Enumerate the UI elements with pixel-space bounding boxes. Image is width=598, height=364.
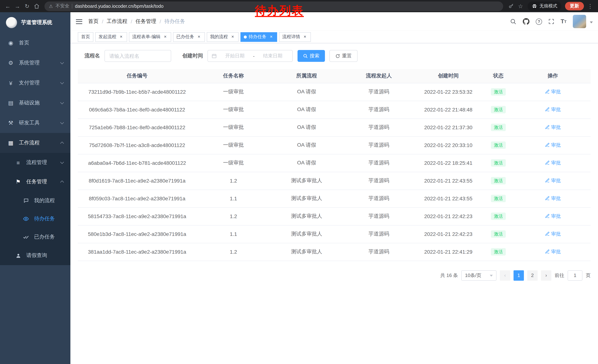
approve-button[interactable]: 审批: [545, 89, 561, 95]
cell-created-time: 2022-01-21 22:42:23: [415, 207, 482, 225]
date-range-picker[interactable]: 开始日期 - 结束日期: [208, 50, 293, 62]
reload-icon[interactable]: ↻: [22, 1, 32, 11]
page-button-1[interactable]: 1: [514, 270, 524, 281]
menu-dots-icon[interactable]: ⋮: [585, 1, 595, 11]
tab-已办任务[interactable]: 已办任务×: [173, 32, 205, 42]
sidebar-item-done-task[interactable]: 已办任务: [0, 228, 70, 246]
eye-icon: [23, 216, 29, 222]
caret-down-icon[interactable]: [590, 21, 593, 25]
search-icon[interactable]: [510, 18, 516, 25]
tab-发起流程[interactable]: 发起流程×: [95, 32, 127, 42]
sidebar-item-home[interactable]: ◉ 首页: [0, 33, 70, 53]
avatar[interactable]: [573, 15, 586, 28]
sidebar-item-infrastructure[interactable]: ▤ 基础设施: [0, 93, 70, 113]
tab-close-icon[interactable]: ×: [196, 34, 201, 40]
breadcrumb-task-mgmt[interactable]: 任务管理: [136, 18, 156, 25]
process-name-input[interactable]: [105, 50, 171, 62]
cell-created-time: 2022-01-22 23:53:32: [415, 83, 482, 101]
goto-page-input[interactable]: [568, 270, 582, 281]
fullscreen-icon[interactable]: [548, 18, 554, 24]
page-size-select[interactable]: 10条/页: [461, 270, 497, 281]
table-row: 73211d9d-7b9b-11ec-b5b7-acde48001122一级审批…: [78, 83, 590, 101]
app-logo[interactable]: 芋道管理系统: [0, 12, 70, 33]
sidebar-item-workflow[interactable]: ▦ 工作流程: [0, 133, 70, 153]
sidebar-item-payment[interactable]: ¥ 支付管理: [0, 73, 70, 93]
tab-close-icon[interactable]: ×: [302, 34, 307, 40]
approve-button[interactable]: 审批: [545, 160, 561, 166]
approve-button[interactable]: 审批: [545, 195, 561, 202]
sidebar-item-task-mgmt[interactable]: ⚑ 任务管理: [0, 172, 70, 191]
back-icon[interactable]: ←: [3, 1, 13, 11]
github-icon[interactable]: [523, 18, 530, 25]
forward-icon[interactable]: →: [13, 1, 22, 11]
sidebar-toggle-button[interactable]: [70, 18, 88, 25]
cell-status: 激活: [482, 119, 515, 136]
font-size-icon[interactable]: TT: [561, 18, 566, 25]
tab-我的流程[interactable]: 我的流程×: [207, 32, 239, 42]
page-size-value: 10条/页: [465, 272, 481, 279]
tab-close-icon[interactable]: ×: [230, 34, 235, 40]
sidebar-item-devtools[interactable]: ⚒ 研发工具: [0, 113, 70, 133]
cell-action: 审批: [515, 243, 590, 261]
sidebar-item-my-process[interactable]: 我的流程: [0, 191, 70, 210]
approve-button[interactable]: 审批: [545, 124, 561, 131]
approve-label: 审批: [551, 195, 561, 202]
breadcrumb-home[interactable]: 首页: [88, 18, 99, 25]
col-created-time: 创建时间: [415, 69, 482, 83]
breadcrumb-separator: /: [102, 18, 103, 24]
sidebar-item-system[interactable]: ⚙ 系统管理: [0, 53, 70, 73]
tab-流程表单-编辑[interactable]: 流程表单-编辑×: [129, 32, 171, 42]
next-page-button[interactable]: ›: [541, 270, 551, 281]
sidebar-item-leave-query[interactable]: 请假查询: [0, 246, 70, 265]
home-icon[interactable]: [32, 1, 42, 11]
tab-待办任务[interactable]: 待办任务×: [241, 32, 277, 42]
approve-button[interactable]: 审批: [545, 213, 561, 219]
status-badge: 激活: [491, 124, 506, 131]
navbar: 首页 / 工作流程 / 任务管理 / 待办任务 ?: [70, 12, 598, 31]
edit-icon: [545, 89, 550, 94]
sidebar-item-process-mgmt[interactable]: ≡ 流程管理: [0, 153, 70, 172]
search-button-label: 搜索: [310, 53, 319, 59]
prev-page-button[interactable]: ‹: [500, 270, 510, 281]
approve-label: 审批: [551, 142, 561, 148]
sidebar-item-todo-task[interactable]: 待办任务: [0, 210, 70, 228]
sidebar: 芋道管理系统 ◉ 首页 ⚙ 系统管理 ¥ 支付管理 ▤: [0, 12, 70, 364]
status-badge: 激活: [491, 106, 506, 113]
approve-label: 审批: [551, 160, 561, 166]
reset-button-label: 重置: [342, 53, 352, 59]
cell-task-name: 1.2: [196, 172, 270, 190]
tab-close-icon[interactable]: ×: [119, 34, 124, 40]
cell-status: 激活: [482, 225, 515, 243]
approve-button[interactable]: 审批: [545, 177, 561, 184]
edit-icon: [545, 143, 550, 147]
help-icon[interactable]: ?: [536, 18, 542, 25]
cell-action: 审批: [515, 225, 590, 243]
cell-process: OA 请假: [270, 119, 343, 136]
cell-process: 测试多审批人: [270, 243, 343, 261]
approve-button[interactable]: 审批: [545, 249, 561, 255]
approve-button[interactable]: 审批: [545, 231, 561, 237]
status-badge: 激活: [491, 212, 506, 220]
bookmark-star-icon[interactable]: ☆: [516, 1, 525, 11]
cell-task-name: 1.2: [196, 207, 270, 225]
tab-close-icon[interactable]: ×: [163, 34, 168, 40]
tab-流程详情[interactable]: 流程详情×: [279, 32, 311, 42]
cell-task-id: 725a1eb6-7b88-11ec-8ef0-acde48001122: [78, 119, 196, 136]
update-button[interactable]: 更新: [565, 2, 584, 10]
password-key-icon[interactable]: [506, 1, 516, 11]
reset-button[interactable]: 重置: [329, 50, 357, 62]
breadcrumb-workflow[interactable]: 工作流程: [107, 18, 127, 25]
page-button-2[interactable]: 2: [527, 270, 538, 281]
approve-button[interactable]: 审批: [545, 106, 561, 113]
search-button[interactable]: 搜索: [298, 50, 325, 62]
tab-label: 首页: [81, 34, 90, 40]
sidebar-item-label: 待办任务: [34, 215, 55, 222]
date-range-separator: -: [253, 53, 255, 59]
goto-label: 前往: [555, 272, 564, 279]
tab-首页[interactable]: 首页: [78, 32, 93, 42]
approve-button[interactable]: 审批: [545, 142, 561, 148]
approve-label: 审批: [551, 177, 561, 184]
col-task-name: 任务名称: [196, 69, 270, 83]
tab-close-icon[interactable]: ×: [269, 34, 274, 40]
status-badge: 激活: [491, 177, 506, 184]
